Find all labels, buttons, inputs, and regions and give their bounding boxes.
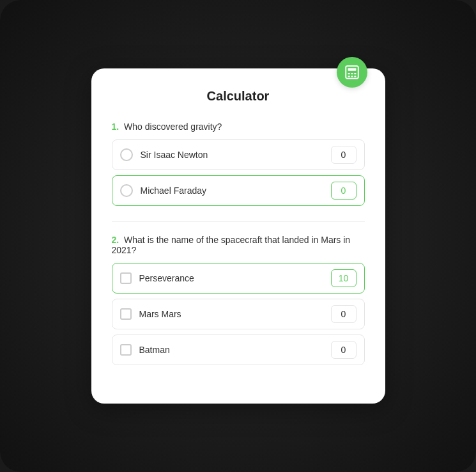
score-badge-q2-2: 0 <box>331 305 357 323</box>
answer-label-q1-2: Michael Faraday <box>141 185 331 196</box>
score-badge-q1-2: 0 <box>331 182 357 200</box>
answer-label-q2-2: Mars Mars <box>139 309 331 319</box>
answer-row-q2-3[interactable]: Batman 0 <box>112 334 365 365</box>
calculator-card: Calculator 1. Who discovered gravity? Si… <box>91 68 385 404</box>
svg-rect-7 <box>354 75 356 77</box>
question-1-number: 1. <box>112 122 119 132</box>
divider <box>112 221 365 222</box>
question-1-text: Who discovered gravity? <box>124 122 222 132</box>
answer-row-q2-1[interactable]: Perseverance 10 <box>112 263 365 294</box>
answer-label-q2-1: Perseverance <box>139 273 331 283</box>
outer-background: Calculator 1. Who discovered gravity? Si… <box>0 0 476 472</box>
page-title: Calculator <box>112 89 365 104</box>
answer-row-q1-2[interactable]: Michael Faraday 0 <box>112 175 365 206</box>
checkbox-q2-2[interactable] <box>120 308 132 320</box>
question-2-number: 2. <box>112 235 119 245</box>
question-block-1: 1. Who discovered gravity? Sir Isaac New… <box>112 122 365 206</box>
checkbox-q2-3[interactable] <box>120 344 132 356</box>
svg-rect-6 <box>351 75 353 77</box>
svg-rect-1 <box>348 68 356 71</box>
question-2-text: What is the name of the spacecraft that … <box>112 235 351 255</box>
svg-rect-3 <box>351 73 353 74</box>
question-1-label: 1. Who discovered gravity? <box>112 122 365 132</box>
score-badge-q2-1: 10 <box>331 269 357 287</box>
answer-label-q2-3: Batman <box>139 345 331 355</box>
score-badge-q1-1: 0 <box>331 146 357 164</box>
answer-row-q1-1[interactable]: Sir Isaac Newton 0 <box>112 139 365 170</box>
answer-label-q1-1: Sir Isaac Newton <box>141 150 331 160</box>
svg-rect-2 <box>348 73 349 74</box>
calc-svg <box>344 64 360 81</box>
radio-q1-2[interactable] <box>120 184 133 197</box>
radio-q1-1[interactable] <box>120 148 133 161</box>
score-badge-q2-3: 0 <box>331 341 357 359</box>
calculator-icon <box>337 57 367 88</box>
checkbox-q2-1[interactable] <box>120 272 132 284</box>
svg-rect-5 <box>348 75 349 77</box>
question-block-2: 2. What is the name of the spacecraft th… <box>112 235 365 365</box>
answer-row-q2-2[interactable]: Mars Mars 0 <box>112 299 365 329</box>
svg-rect-4 <box>354 73 356 74</box>
question-2-label: 2. What is the name of the spacecraft th… <box>112 235 365 255</box>
